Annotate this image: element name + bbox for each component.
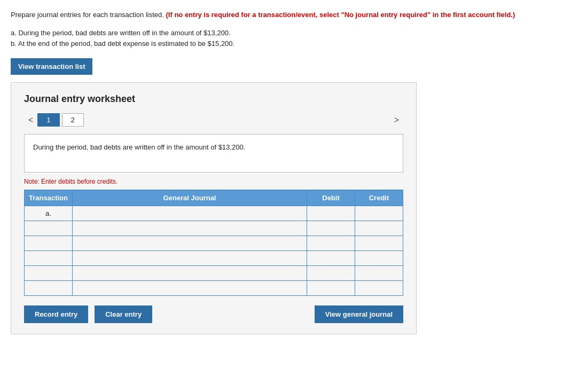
row4-transaction [25,251,73,266]
row4-general-journal-cell [73,251,307,266]
row3-credit-input[interactable] [355,236,403,250]
row4-debit-input[interactable] [307,251,355,265]
row4-credit-input[interactable] [355,251,403,265]
row6-general-journal-cell [73,281,307,296]
row3-debit-input[interactable] [307,236,355,250]
row3-general-journal-cell [73,236,307,251]
table-row [25,281,403,296]
description-text: During the period, bad debts are written… [33,143,245,151]
row2-credit-input[interactable] [355,221,403,236]
row6-debit-cell [307,281,355,296]
description-box: During the period, bad debts are written… [24,134,403,173]
transaction-b-text: b. At the end of the period, bad debt ex… [11,38,576,50]
row5-transaction [25,266,73,281]
row5-credit-cell [355,266,403,281]
row1-debit-input[interactable] [307,206,355,221]
row1-general-journal-cell [73,206,307,221]
row1-debit-cell [307,206,355,221]
row2-credit-cell [355,221,403,236]
row4-credit-cell [355,251,403,266]
row6-debit-input[interactable] [307,281,355,295]
row3-debit-cell [307,236,355,251]
transactions-text: a. During the period, bad debts are writ… [11,28,576,50]
tab-1[interactable]: 1 [37,113,59,127]
row1-general-journal-input[interactable] [73,206,307,221]
view-transaction-button[interactable]: View transaction list [11,58,92,75]
row2-debit-input[interactable] [307,221,355,236]
row6-transaction [25,281,73,296]
row5-credit-input[interactable] [355,266,403,280]
worksheet-title: Journal entry worksheet [24,93,403,105]
instructions-main: Prepare journal entries for each transac… [11,11,166,19]
row5-general-journal-input[interactable] [73,266,307,280]
row2-general-journal-cell [73,221,307,236]
table-row [25,221,403,236]
journal-table: Transaction General Journal Debit Credit… [24,190,403,296]
record-entry-button[interactable]: Record entry [24,305,88,323]
row4-general-journal-input[interactable] [73,251,307,265]
row5-debit-cell [307,266,355,281]
row2-transaction [25,221,73,236]
row1-credit-input[interactable] [355,206,403,221]
row5-debit-input[interactable] [307,266,355,280]
col-transaction: Transaction [25,190,73,206]
col-debit: Debit [307,190,355,206]
table-row [25,251,403,266]
col-credit: Credit [355,190,403,206]
worksheet-container: Journal entry worksheet < 1 2 > During t… [11,82,417,334]
row3-transaction [25,236,73,251]
transaction-a-text: a. During the period, bad debts are writ… [11,28,576,39]
row1-credit-cell [355,206,403,221]
row6-general-journal-input[interactable] [73,281,307,295]
row1-transaction: a. [25,206,73,221]
row3-credit-cell [355,236,403,251]
instructions-bold-red: (If no entry is required for a transacti… [166,11,515,19]
table-row [25,266,403,281]
view-general-journal-button[interactable]: View general journal [315,305,403,323]
note-text: Note: Enter debits before credits. [24,178,403,185]
tab-right-arrow[interactable]: > [390,114,403,126]
row3-general-journal-input[interactable] [73,236,307,250]
row6-credit-cell [355,281,403,296]
table-row [25,236,403,251]
clear-entry-button[interactable]: Clear entry [95,305,152,323]
col-general-journal: General Journal [73,190,307,206]
table-row: a. [25,206,403,221]
tabs-row: < 1 2 > [24,113,403,127]
instructions: Prepare journal entries for each transac… [11,10,576,20]
tab-left-arrow[interactable]: < [24,114,37,126]
row5-general-journal-cell [73,266,307,281]
row2-debit-cell [307,221,355,236]
row6-credit-input[interactable] [355,281,403,295]
tab-2[interactable]: 2 [62,113,84,127]
buttons-row: Record entry Clear entry View general jo… [24,305,403,323]
row2-general-journal-input[interactable] [73,221,307,236]
row4-debit-cell [307,251,355,266]
